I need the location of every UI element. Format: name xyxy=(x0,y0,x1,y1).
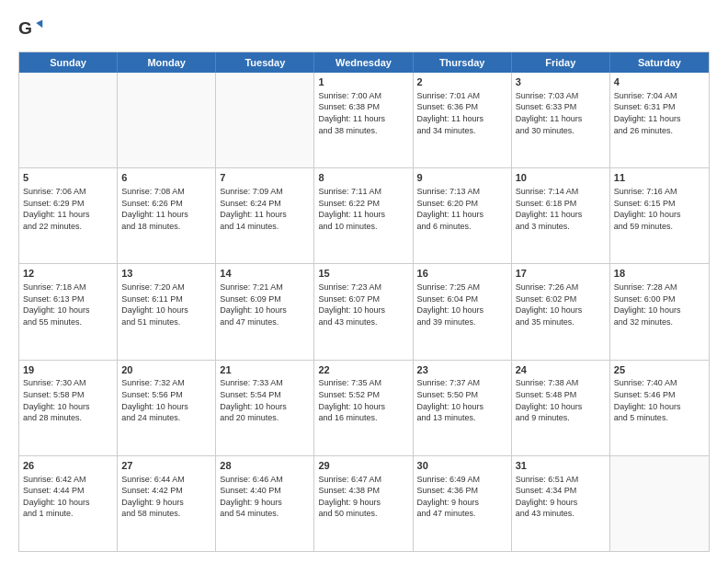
weekday-header: Friday xyxy=(512,52,610,73)
cell-info: Sunrise: 6:51 AM Sunset: 4:34 PM Dayligh… xyxy=(516,475,579,519)
calendar-cell: 21Sunrise: 7:33 AM Sunset: 5:54 PM Dayli… xyxy=(216,361,314,455)
cell-info: Sunrise: 6:46 AM Sunset: 4:40 PM Dayligh… xyxy=(220,475,283,519)
calendar-cell: 15Sunrise: 7:23 AM Sunset: 6:07 PM Dayli… xyxy=(314,264,413,359)
cell-info: Sunrise: 7:38 AM Sunset: 5:48 PM Dayligh… xyxy=(516,378,583,422)
svg-text:G: G xyxy=(18,18,32,38)
calendar-cell: 11Sunrise: 7:16 AM Sunset: 6:15 PM Dayli… xyxy=(610,168,709,263)
calendar-cell: 12Sunrise: 7:18 AM Sunset: 6:13 PM Dayli… xyxy=(19,264,118,359)
logo: G xyxy=(18,17,48,42)
weekday-header: Saturday xyxy=(610,52,709,73)
calendar-cell xyxy=(216,73,314,167)
calendar-cell: 4Sunrise: 7:04 AM Sunset: 6:31 PM Daylig… xyxy=(610,73,709,167)
cell-info: Sunrise: 7:37 AM Sunset: 5:50 PM Dayligh… xyxy=(417,378,484,422)
calendar-cell: 14Sunrise: 7:21 AM Sunset: 6:09 PM Dayli… xyxy=(216,264,314,359)
cell-info: Sunrise: 6:42 AM Sunset: 4:44 PM Dayligh… xyxy=(23,475,90,519)
day-number: 20 xyxy=(121,363,211,377)
cell-info: Sunrise: 7:14 AM Sunset: 6:18 PM Dayligh… xyxy=(516,187,583,231)
calendar-cell: 8Sunrise: 7:11 AM Sunset: 6:22 PM Daylig… xyxy=(314,168,413,263)
cell-info: Sunrise: 7:21 AM Sunset: 6:09 PM Dayligh… xyxy=(220,282,287,327)
day-number: 4 xyxy=(614,75,705,89)
calendar-cell: 18Sunrise: 7:28 AM Sunset: 6:00 PM Dayli… xyxy=(610,264,709,359)
calendar-row: 5Sunrise: 7:06 AM Sunset: 6:29 PM Daylig… xyxy=(19,167,709,263)
day-number: 18 xyxy=(614,267,705,281)
cell-info: Sunrise: 7:23 AM Sunset: 6:07 PM Dayligh… xyxy=(318,282,385,327)
day-number: 7 xyxy=(220,171,310,185)
calendar-cell: 30Sunrise: 6:49 AM Sunset: 4:36 PM Dayli… xyxy=(414,456,512,551)
day-number: 28 xyxy=(220,459,310,473)
day-number: 27 xyxy=(121,459,211,473)
calendar-cell: 13Sunrise: 7:20 AM Sunset: 6:11 PM Dayli… xyxy=(118,264,216,359)
cell-info: Sunrise: 7:35 AM Sunset: 5:52 PM Dayligh… xyxy=(318,378,385,422)
calendar-cell: 17Sunrise: 7:26 AM Sunset: 6:02 PM Dayli… xyxy=(512,264,610,359)
cell-info: Sunrise: 7:03 AM Sunset: 6:33 PM Dayligh… xyxy=(516,91,583,135)
cell-info: Sunrise: 7:30 AM Sunset: 5:58 PM Dayligh… xyxy=(23,378,90,422)
day-number: 11 xyxy=(614,171,705,185)
weekday-header: Wednesday xyxy=(314,52,413,73)
cell-info: Sunrise: 6:47 AM Sunset: 4:38 PM Dayligh… xyxy=(318,475,381,519)
day-number: 31 xyxy=(516,459,606,473)
day-number: 3 xyxy=(516,75,606,89)
cell-info: Sunrise: 7:06 AM Sunset: 6:29 PM Dayligh… xyxy=(23,187,90,231)
calendar-cell: 1Sunrise: 7:00 AM Sunset: 6:38 PM Daylig… xyxy=(314,73,413,167)
calendar-cell: 3Sunrise: 7:03 AM Sunset: 6:33 PM Daylig… xyxy=(512,73,610,167)
cell-info: Sunrise: 7:00 AM Sunset: 6:38 PM Dayligh… xyxy=(318,91,385,135)
calendar-cell: 26Sunrise: 6:42 AM Sunset: 4:44 PM Dayli… xyxy=(19,456,118,551)
calendar-cell: 31Sunrise: 6:51 AM Sunset: 4:34 PM Dayli… xyxy=(512,456,610,551)
weekday-header: Tuesday xyxy=(216,52,314,73)
day-number: 5 xyxy=(23,171,113,185)
weekday-header: Sunday xyxy=(19,52,118,73)
calendar-cell: 25Sunrise: 7:40 AM Sunset: 5:46 PM Dayli… xyxy=(610,361,709,455)
calendar-cell: 10Sunrise: 7:14 AM Sunset: 6:18 PM Dayli… xyxy=(512,168,610,263)
cell-info: Sunrise: 7:20 AM Sunset: 6:11 PM Dayligh… xyxy=(121,282,188,327)
cell-info: Sunrise: 7:25 AM Sunset: 6:04 PM Dayligh… xyxy=(417,282,484,327)
day-number: 13 xyxy=(121,267,211,281)
calendar-cell: 16Sunrise: 7:25 AM Sunset: 6:04 PM Dayli… xyxy=(414,264,512,359)
cell-info: Sunrise: 7:13 AM Sunset: 6:20 PM Dayligh… xyxy=(417,187,484,231)
day-number: 14 xyxy=(220,267,310,281)
header: G xyxy=(18,17,710,42)
cell-info: Sunrise: 7:18 AM Sunset: 6:13 PM Dayligh… xyxy=(23,282,90,327)
day-number: 29 xyxy=(318,459,408,473)
calendar-cell: 28Sunrise: 6:46 AM Sunset: 4:40 PM Dayli… xyxy=(216,456,314,551)
day-number: 25 xyxy=(614,363,705,377)
calendar-row: 19Sunrise: 7:30 AM Sunset: 5:58 PM Dayli… xyxy=(19,360,709,455)
calendar-cell: 5Sunrise: 7:06 AM Sunset: 6:29 PM Daylig… xyxy=(19,168,118,263)
cell-info: Sunrise: 7:08 AM Sunset: 6:26 PM Dayligh… xyxy=(121,187,188,231)
day-number: 15 xyxy=(318,267,408,281)
calendar-cell: 23Sunrise: 7:37 AM Sunset: 5:50 PM Dayli… xyxy=(414,361,512,455)
weekday-header: Monday xyxy=(118,52,216,73)
calendar-cell: 7Sunrise: 7:09 AM Sunset: 6:24 PM Daylig… xyxy=(216,168,314,263)
day-number: 10 xyxy=(516,171,606,185)
day-number: 8 xyxy=(318,171,408,185)
calendar-row: 1Sunrise: 7:00 AM Sunset: 6:38 PM Daylig… xyxy=(19,73,709,167)
cell-info: Sunrise: 7:09 AM Sunset: 6:24 PM Dayligh… xyxy=(220,187,287,231)
cell-info: Sunrise: 7:04 AM Sunset: 6:31 PM Dayligh… xyxy=(614,91,681,135)
day-number: 2 xyxy=(417,75,507,89)
calendar-row: 12Sunrise: 7:18 AM Sunset: 6:13 PM Dayli… xyxy=(19,263,709,359)
calendar-cell: 9Sunrise: 7:13 AM Sunset: 6:20 PM Daylig… xyxy=(414,168,512,263)
calendar-cell: 24Sunrise: 7:38 AM Sunset: 5:48 PM Dayli… xyxy=(512,361,610,455)
day-number: 24 xyxy=(516,363,606,377)
cell-info: Sunrise: 7:32 AM Sunset: 5:56 PM Dayligh… xyxy=(121,378,188,422)
calendar-cell: 2Sunrise: 7:01 AM Sunset: 6:36 PM Daylig… xyxy=(414,73,512,167)
cell-info: Sunrise: 7:16 AM Sunset: 6:15 PM Dayligh… xyxy=(614,187,681,231)
day-number: 9 xyxy=(417,171,507,185)
cell-info: Sunrise: 7:28 AM Sunset: 6:00 PM Dayligh… xyxy=(614,282,681,327)
cell-info: Sunrise: 7:26 AM Sunset: 6:02 PM Dayligh… xyxy=(516,282,583,327)
cell-info: Sunrise: 7:33 AM Sunset: 5:54 PM Dayligh… xyxy=(220,378,287,422)
calendar-cell: 20Sunrise: 7:32 AM Sunset: 5:56 PM Dayli… xyxy=(118,361,216,455)
calendar-cell xyxy=(19,73,118,167)
calendar-header: SundayMondayTuesdayWednesdayThursdayFrid… xyxy=(19,52,709,73)
day-number: 30 xyxy=(417,459,507,473)
day-number: 12 xyxy=(23,267,113,281)
cell-info: Sunrise: 7:01 AM Sunset: 6:36 PM Dayligh… xyxy=(417,91,484,135)
day-number: 22 xyxy=(318,363,408,377)
cell-info: Sunrise: 7:40 AM Sunset: 5:46 PM Dayligh… xyxy=(614,378,681,422)
calendar-cell: 27Sunrise: 6:44 AM Sunset: 4:42 PM Dayli… xyxy=(118,456,216,551)
day-number: 23 xyxy=(417,363,507,377)
calendar-cell: 22Sunrise: 7:35 AM Sunset: 5:52 PM Dayli… xyxy=(314,361,413,455)
weekday-header: Thursday xyxy=(414,52,512,73)
day-number: 6 xyxy=(121,171,211,185)
day-number: 21 xyxy=(220,363,310,377)
svg-marker-1 xyxy=(36,20,42,29)
